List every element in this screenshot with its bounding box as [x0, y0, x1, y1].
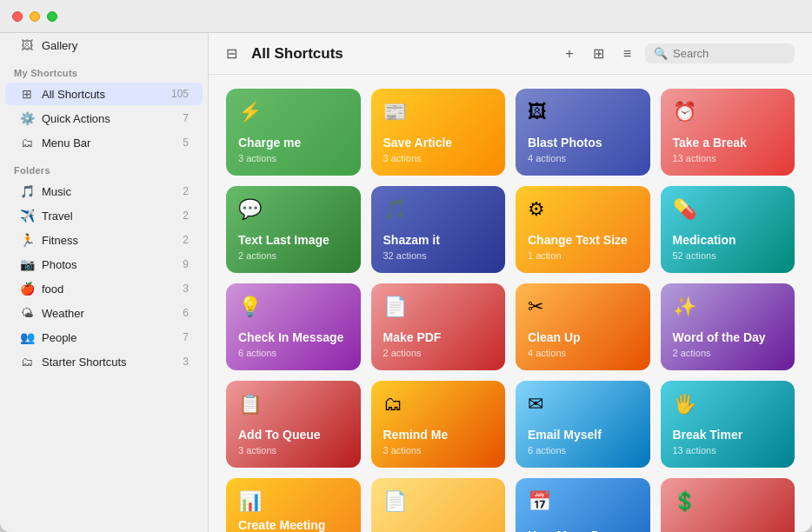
sidebar: 🖼 Gallery My Shortcuts ⊞ All Shortcuts 1… — [0, 0, 209, 532]
card-actions-check-in-message: 6 actions — [238, 348, 349, 358]
shortcut-card-clean-up[interactable]: ✂ Clean Up 4 actions — [516, 283, 650, 370]
starter-shortcuts-count: 3 — [183, 356, 189, 368]
shortcut-card-check-in-message[interactable]: 💡 Check In Message 6 actions — [226, 283, 361, 370]
food-icon: 🍎 — [19, 282, 35, 296]
card-icon-create-meeting-note: 📊 — [238, 490, 349, 513]
card-icon-check-in-message: 💡 — [238, 296, 349, 318]
card-icon-add-to-queue: 📋 — [238, 393, 349, 416]
shortcut-card-how-many-days-until[interactable]: 📅 How Many Days Until — [516, 478, 650, 532]
shortcut-card-medication[interactable]: 💊 Medication 52 actions — [661, 186, 795, 273]
shortcut-card-shazam-it[interactable]: 🎵 Shazam it 32 actions — [371, 186, 506, 273]
gallery-icon: 🖼 — [19, 38, 35, 52]
shortcut-card-sort-lines[interactable]: 📄 Sort Lines 4 actions — [371, 478, 506, 532]
card-actions-word-of-the-day: 2 actions — [673, 348, 783, 358]
sidebar-item-starter-shortcuts[interactable]: 🗂 Starter Shortcuts 3 — [5, 350, 203, 373]
shortcut-card-add-to-queue[interactable]: 📋 Add To Queue 3 actions — [226, 381, 361, 468]
fitness-icon: 🏃 — [19, 233, 35, 247]
card-title-create-meeting-note: Create Meeting Note — [238, 518, 349, 532]
search-input[interactable] — [673, 47, 786, 60]
quick-actions-label: Quick Actions — [42, 112, 176, 125]
shortcut-card-blast-photos[interactable]: 🖼 Blast Photos 4 actions — [516, 89, 650, 176]
all-shortcuts-count: 105 — [171, 88, 189, 100]
sidebar-item-fitness[interactable]: 🏃 Fitness 2 — [5, 229, 203, 251]
card-actions-take-a-break: 13 actions — [673, 153, 783, 163]
fitness-label: Fitness — [42, 234, 176, 247]
shortcuts-grid-area: ⚡ Charge me 3 actions 📰 Save Article 3 a… — [209, 75, 812, 532]
sidebar-toggle-icon[interactable]: ⊟ — [226, 45, 237, 62]
sidebar-item-music[interactable]: 🎵 Music 2 — [5, 180, 203, 203]
app-window: 🖼 Gallery My Shortcuts ⊞ All Shortcuts 1… — [0, 0, 812, 532]
close-button[interactable] — [12, 11, 23, 22]
sidebar-item-people[interactable]: 👥 People 7 — [5, 326, 203, 349]
card-title-clean-up: Clean Up — [528, 330, 638, 345]
card-title-check-in-message: Check In Message — [238, 330, 349, 345]
shortcut-card-text-last-image[interactable]: 💬 Text Last Image 2 actions — [226, 186, 361, 273]
card-actions-break-timer: 13 actions — [673, 445, 783, 456]
travel-label: Travel — [42, 209, 176, 223]
card-actions-save-article: 3 actions — [383, 153, 494, 163]
main-content: ⊟ All Shortcuts + ⊞ ≡ 🔍 ⚡ Charge me 3 ac… — [209, 0, 812, 532]
search-icon: 🔍 — [654, 47, 668, 60]
shortcut-card-make-pdf[interactable]: 📄 Make PDF 2 actions — [371, 283, 506, 370]
shortcut-card-word-of-the-day[interactable]: ✨ Word of the Day 2 actions — [661, 283, 795, 370]
card-title-charge-me: Charge me — [238, 136, 349, 150]
card-actions-remind-me: 3 actions — [383, 445, 494, 456]
titlebar — [0, 0, 812, 33]
sidebar-item-travel[interactable]: ✈️ Travel 2 — [5, 204, 203, 227]
page-title: All Shortcuts — [251, 45, 551, 63]
card-icon-charge-me: ⚡ — [238, 101, 349, 123]
minimize-button[interactable] — [30, 11, 40, 22]
card-title-break-timer: Break Timer — [673, 428, 783, 442]
card-icon-word-of-the-day: ✨ — [673, 296, 783, 318]
toolbar: ⊟ All Shortcuts + ⊞ ≡ 🔍 — [209, 33, 812, 75]
shortcut-card-break-timer[interactable]: 🖐 Break Timer 13 actions — [661, 381, 795, 468]
card-actions-shazam-it: 32 actions — [383, 250, 494, 261]
card-title-take-a-break: Take a Break — [673, 136, 783, 150]
list-view-button[interactable]: ≡ — [618, 43, 636, 65]
sidebar-item-menu-bar[interactable]: 🗂 Menu Bar 5 — [5, 131, 203, 154]
card-title-how-many-days-until: How Many Days Until — [528, 529, 638, 532]
sidebar-item-all-shortcuts[interactable]: ⊞ All Shortcuts 105 — [5, 83, 203, 105]
my-shortcuts-section: My Shortcuts — [0, 57, 208, 82]
card-icon-remind-me: 🗂 — [383, 393, 494, 416]
shortcut-card-create-meeting-note[interactable]: 📊 Create Meeting Note 12 actions — [226, 478, 361, 532]
all-shortcuts-label: All Shortcuts — [42, 88, 164, 101]
card-title-email-myself: Email Myself — [528, 428, 638, 442]
card-title-blast-photos: Blast Photos — [528, 136, 638, 150]
card-title-word-of-the-day: Word of the Day — [673, 330, 783, 345]
card-actions-charge-me: 3 actions — [238, 153, 349, 163]
sidebar-item-weather[interactable]: 🌤 Weather 6 — [5, 302, 203, 324]
music-label: Music — [42, 185, 176, 198]
shortcut-card-charge-me[interactable]: ⚡ Charge me 3 actions — [226, 89, 361, 176]
photos-icon: 📷 — [19, 257, 35, 271]
travel-count: 2 — [183, 209, 189, 222]
card-icon-break-timer: 🖐 — [673, 393, 783, 416]
menu-bar-icon: 🗂 — [19, 136, 35, 150]
shortcut-card-remind-me[interactable]: 🗂 Remind Me 3 actions — [371, 381, 506, 468]
add-shortcut-button[interactable]: + — [560, 43, 578, 65]
sidebar-item-food[interactable]: 🍎 food 3 — [5, 277, 203, 300]
people-icon: 👥 — [19, 330, 35, 344]
travel-icon: ✈️ — [19, 209, 35, 223]
maximize-button[interactable] — [47, 11, 57, 22]
card-icon-change-text-size: ⚙ — [528, 198, 638, 221]
shortcut-card-change-text-size[interactable]: ⚙ Change Text Size 1 action — [516, 186, 650, 273]
sidebar-item-quick-actions[interactable]: ⚙️ Quick Actions 7 — [5, 107, 203, 130]
shortcut-card-calculate-tip[interactable]: 💲 Calculate Tip 16 actions — [661, 478, 795, 532]
card-title-add-to-queue: Add To Queue — [238, 428, 349, 442]
weather-icon: 🌤 — [19, 306, 35, 320]
music-count: 2 — [183, 185, 189, 197]
card-title-remind-me: Remind Me — [383, 428, 494, 442]
grid-view-button[interactable]: ⊞ — [588, 42, 609, 65]
weather-label: Weather — [42, 307, 176, 320]
shortcut-card-save-article[interactable]: 📰 Save Article 3 actions — [371, 89, 506, 176]
shortcut-card-email-myself[interactable]: ✉ Email Myself 6 actions — [516, 381, 650, 468]
card-icon-email-myself: ✉ — [528, 393, 638, 416]
sidebar-item-photos[interactable]: 📷 Photos 9 — [5, 253, 203, 276]
sidebar-item-gallery[interactable]: 🖼 Gallery — [5, 34, 203, 57]
shortcut-card-take-a-break[interactable]: ⏰ Take a Break 13 actions — [661, 89, 795, 176]
weather-count: 6 — [183, 307, 189, 319]
card-icon-save-article: 📰 — [383, 101, 494, 123]
menu-bar-count: 5 — [183, 136, 189, 149]
card-title-save-article: Save Article — [383, 136, 494, 150]
